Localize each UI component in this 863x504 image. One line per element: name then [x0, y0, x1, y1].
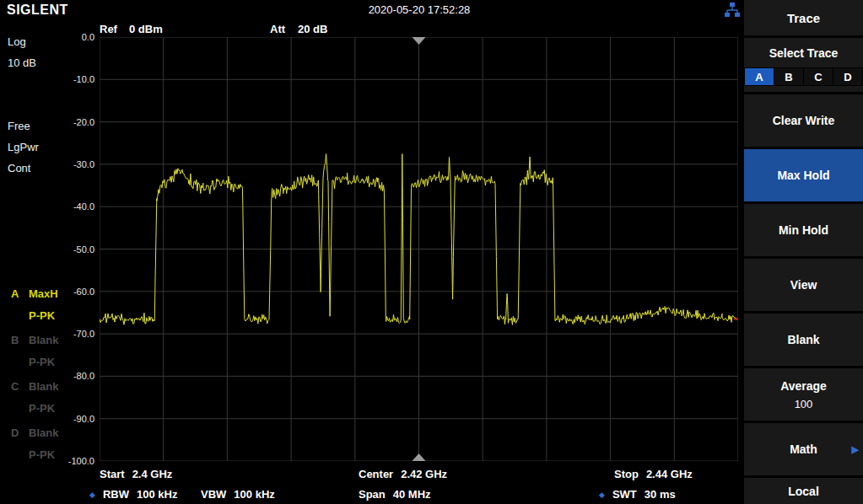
center-freq: Center2.42 GHz	[359, 468, 447, 480]
y-tick-label: -20.0	[73, 117, 94, 127]
center-marker-bottom	[413, 453, 426, 461]
rbw-setting: ◆ RBW100 kHz	[89, 488, 177, 501]
y-tick-label: -80.0	[73, 371, 94, 381]
trace-option-a[interactable]: A	[744, 67, 774, 86]
y-tick-label: -70.0	[73, 329, 94, 339]
scale-label: 10 dB	[8, 56, 36, 69]
submenu-arrow-icon: ▶	[852, 444, 859, 455]
network-icon	[724, 2, 741, 19]
att-label: Att	[270, 23, 285, 35]
swt-setting: ◆ SWT30 ms	[599, 488, 676, 501]
ref-label: Ref	[100, 23, 117, 35]
softkey-menu: Trace Select Trace A B C D Clear Write M…	[744, 0, 863, 504]
trigger-label: Free	[8, 120, 30, 132]
trace-option-b[interactable]: B	[774, 67, 804, 86]
y-tick-label: -40.0	[73, 201, 94, 212]
span-setting: Span40 MHz	[359, 488, 431, 501]
max-hold-button[interactable]: Max Hold	[744, 149, 863, 201]
start-freq: Start2.4 GHz	[100, 468, 172, 480]
trace-id: A	[11, 287, 19, 300]
spectrum-analyzer-screen: SIGLENT 2020-05-20 17:52:28 Ref 0 dBm At…	[0, 0, 863, 504]
trace-id: B	[11, 334, 19, 346]
trace-option-d[interactable]: D	[833, 67, 863, 86]
trace-id: C	[11, 380, 19, 393]
local-button[interactable]: Local	[744, 478, 863, 504]
siglent-logo: SIGLENT	[7, 3, 68, 18]
graph-area	[100, 37, 738, 461]
y-tick-label: -10.0	[73, 74, 94, 84]
average-button[interactable]: Average 100	[744, 368, 863, 421]
average-count: 100	[795, 398, 813, 410]
y-tick-label: -90.0	[73, 414, 94, 424]
y-tick-label: -50.0	[73, 244, 94, 255]
sweep-label: Cont	[8, 162, 30, 174]
y-axis-labels: 0.0-10.0-20.0-30.0-40.0-50.0-60.0-70.0-8…	[44, 37, 96, 461]
trace-selector: A B C D	[744, 67, 863, 86]
y-tick-label: -60.0	[73, 287, 94, 297]
coupling-icon: ◆	[599, 491, 605, 499]
select-trace-button[interactable]: Select Trace A B C D	[744, 38, 863, 92]
vbw-setting: VBW100 kHz	[201, 488, 275, 501]
y-tick-label: -100.0	[68, 456, 94, 466]
coupling-icon: ◆	[89, 491, 95, 499]
spectrum-plot	[100, 37, 738, 461]
y-tick-label: 0.0	[82, 32, 94, 42]
att-value: 20 dB	[298, 23, 327, 35]
view-button[interactable]: View	[744, 259, 863, 311]
menu-title: Trace	[744, 0, 863, 35]
datetime: 2020-05-20 17:52:28	[369, 3, 471, 16]
clear-write-button[interactable]: Clear Write	[744, 94, 863, 147]
y-tick-label: -30.0	[73, 159, 94, 169]
power-label: LgPwr	[8, 141, 39, 153]
blank-button[interactable]: Blank	[744, 314, 863, 366]
center-marker-top	[413, 37, 426, 45]
trace-option-c[interactable]: C	[804, 67, 833, 86]
scale-type-label: Log	[8, 35, 26, 48]
math-button[interactable]: Math ▶	[744, 423, 863, 475]
stop-freq: Stop2.44 GHz	[614, 468, 693, 480]
ref-value: 0 dBm	[129, 23, 163, 35]
trace-id: D	[11, 426, 19, 439]
min-hold-button[interactable]: Min Hold	[744, 204, 863, 256]
